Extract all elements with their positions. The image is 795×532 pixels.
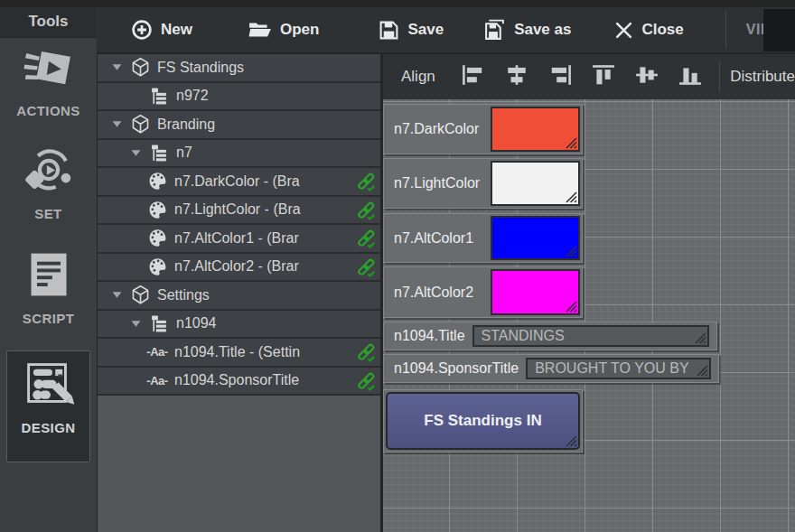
sidebar-item-label: SET <box>0 206 97 221</box>
color-swatch[interactable] <box>491 216 580 260</box>
align-middle-vertical-icon <box>635 64 659 89</box>
tree-row-label: n1094 <box>176 315 217 331</box>
widget-n7-altcolor2: n7.AltColor2 <box>383 266 583 318</box>
tree-node-icon <box>148 87 170 106</box>
tools-header: Tools <box>0 7 97 38</box>
tree-row-label: n7.LightColor - (Bra <box>174 201 301 218</box>
tree-row-branding[interactable]: Branding <box>98 111 380 140</box>
tree-row-label: n7.DarkColor - (Bra <box>174 173 300 190</box>
main-area: FS Standingsn972Brandingn7n7.DarkColor -… <box>97 52 795 532</box>
resize-handle[interactable] <box>564 135 577 149</box>
align-right-icon <box>548 64 572 89</box>
palette-icon <box>146 229 168 247</box>
color-swatch[interactable] <box>491 161 580 206</box>
tree-row-n972[interactable]: n972 <box>98 83 380 112</box>
align-left-button[interactable] <box>452 61 495 93</box>
cube-icon <box>129 114 151 135</box>
floppy-icon <box>379 20 399 41</box>
link-icon <box>356 201 377 225</box>
text-input[interactable]: STANDINGS <box>472 325 709 347</box>
color-swatch[interactable] <box>491 269 580 315</box>
widget-n1094-sponsortitle: n1094.SponsorTitleBROUGHT TO YOU BY <box>383 354 719 383</box>
sidebar-item-design[interactable]: DESIGN <box>6 350 90 462</box>
align-top-icon <box>592 64 615 89</box>
align-toolbar: Align Distribute <box>383 54 795 99</box>
close-button[interactable]: Close <box>614 21 683 40</box>
resize-handle[interactable] <box>564 299 577 313</box>
widget-n7-lightcolor: n7.LightColor <box>383 158 583 209</box>
tree-row-n1094[interactable]: n1094 <box>98 311 380 340</box>
align-bottom-icon <box>678 64 702 89</box>
align-left-icon <box>462 64 485 89</box>
sidebar-item-label: SCRIPT <box>0 311 97 326</box>
tree-row-n7-altcolor2-brar[interactable]: n7.AltColor2 - (Brar <box>98 254 380 283</box>
folder-open-icon <box>248 20 272 40</box>
link-icon <box>356 257 377 282</box>
expander-icon[interactable] <box>123 149 148 157</box>
palette-icon <box>146 257 168 276</box>
new-button[interactable]: New <box>131 19 192 41</box>
expander-icon[interactable] <box>104 120 129 128</box>
tree-row-label: Settings <box>157 287 210 303</box>
tree-row-label: n7 <box>176 145 192 161</box>
tree-row-label: FS Standings <box>157 60 244 76</box>
tree-row-n7[interactable]: n7 <box>98 140 380 169</box>
save-as-button[interactable]: Save as <box>483 19 571 41</box>
align-middle-vertical-button[interactable] <box>625 61 669 93</box>
tree-row-label: n972 <box>176 88 209 104</box>
color-swatch[interactable] <box>491 107 580 152</box>
tree-row-label: n1094.SponsorTitle <box>174 372 299 388</box>
design-pane: Align Distribute n7.DarkColorn7.LightCol… <box>383 54 795 532</box>
cube-icon <box>129 57 151 78</box>
sidebar-item-label: ACTIONS <box>0 103 97 118</box>
widget-n7-altcolor1: n7.AltColor1 <box>383 213 583 263</box>
plus-circle-icon <box>131 19 153 41</box>
expander-icon[interactable] <box>123 320 148 328</box>
design-canvas[interactable]: n7.DarkColorn7.LightColorn7.AltColor1n7.… <box>383 99 795 532</box>
tree-row-settings[interactable]: Settings <box>98 282 380 311</box>
open-button[interactable]: Open <box>248 20 319 40</box>
palette-icon <box>146 201 168 219</box>
tree-row-n7-lightcolor-bra[interactable]: n7.LightColor - (Bra <box>98 197 380 226</box>
script-icon <box>0 249 97 305</box>
parameter-tree-panel: FS Standingsn972Brandingn7n7.DarkColor -… <box>98 54 380 532</box>
distribute-label: Distribute <box>730 68 795 86</box>
align-right-button[interactable] <box>538 61 582 93</box>
align-bottom-button[interactable] <box>669 61 712 93</box>
tools-sidebar: Tools ACTIONSSETSCRIPTDESIGN <box>0 0 97 532</box>
palette-icon <box>146 172 168 191</box>
align-top-button[interactable] <box>582 61 625 93</box>
sidebar-item-set[interactable]: SET <box>0 145 97 221</box>
tree-row-label: Branding <box>157 117 215 133</box>
play-button[interactable]: FS Standings IN <box>386 392 580 450</box>
tree-row-n1094-title-settin[interactable]: -Aa-n1094.Title - (Settin <box>98 339 380 368</box>
resize-handle[interactable] <box>564 190 577 203</box>
tree-row-label: n1094.Title - (Settin <box>174 344 300 360</box>
tree-row-fs-standings[interactable]: FS Standings <box>98 54 380 83</box>
link-icon <box>356 229 377 253</box>
sidebar-item-actions[interactable]: ACTIONS <box>0 42 97 118</box>
views-panel[interactable] <box>763 9 795 51</box>
tree-node-icon <box>148 314 170 333</box>
resize-handle[interactable] <box>693 331 706 344</box>
tree-row-label: n7.AltColor2 - (Brar <box>174 258 299 275</box>
sidebar-item-script[interactable]: SCRIPT <box>0 249 97 326</box>
resize-handle[interactable] <box>564 434 577 447</box>
main-toolbar: NewOpenSaveSave asClose VIEWS <box>97 7 795 52</box>
save-button[interactable]: Save <box>379 20 444 41</box>
cube-icon <box>129 285 151 305</box>
widget-label: n1094.Title <box>384 328 465 344</box>
expander-icon[interactable] <box>104 291 129 299</box>
tree-row-n1094-sponsortitle[interactable]: -Aa-n1094.SponsorTitle <box>98 368 380 397</box>
tree-node-icon <box>148 144 170 163</box>
resize-handle[interactable] <box>695 363 708 377</box>
tree-row-n7-altcolor1-brar[interactable]: n7.AltColor1 - (Brar <box>98 225 380 254</box>
align-center-horizontal-button[interactable] <box>495 61 538 93</box>
expander-icon[interactable] <box>104 63 129 71</box>
text-input[interactable]: BROUGHT TO YOU BY <box>526 358 711 379</box>
design-icon <box>7 359 89 415</box>
floppy-copy-icon <box>483 19 506 41</box>
widget-n7-darkcolor: n7.DarkColor <box>383 104 583 154</box>
tree-row-n7-darkcolor-bra[interactable]: n7.DarkColor - (Bra <box>98 168 380 197</box>
resize-handle[interactable] <box>564 244 577 257</box>
